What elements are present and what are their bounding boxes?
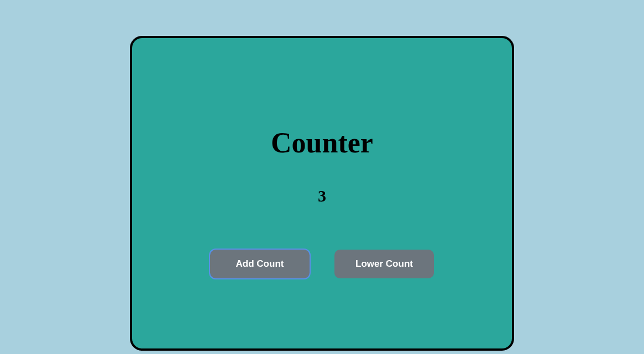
counter-title: Counter <box>271 126 373 159</box>
lower-count-button[interactable]: Lower Count <box>334 250 434 278</box>
add-count-button[interactable]: Add Count <box>210 250 310 278</box>
counter-value: 3 <box>318 187 326 205</box>
button-row: Add Count Lower Count <box>210 250 434 278</box>
counter-card: Counter 3 Add Count Lower Count <box>130 36 514 351</box>
